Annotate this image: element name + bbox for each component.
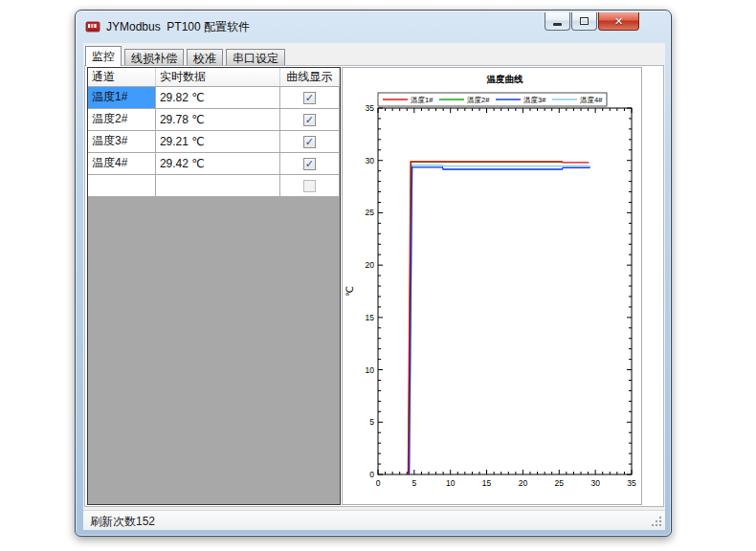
header-channel: 通道 xyxy=(88,68,155,86)
y-tick-label: 25 xyxy=(366,208,375,217)
y-tick-label: 30 xyxy=(366,156,375,165)
value-cell: 29.21 ℃ xyxy=(155,130,279,152)
refresh-count-label: 刷新次数152 xyxy=(90,514,155,530)
monitor-tab-page: 通道 实时数据 曲线显示 温度1# 29.82 ℃ ✓ 温度2# 29.78 ℃… xyxy=(84,65,664,507)
minimize-icon xyxy=(553,23,562,26)
app-icon xyxy=(85,19,100,34)
x-tick-label: 10 xyxy=(446,478,456,488)
x-tick-label: 30 xyxy=(590,478,600,488)
header-curve-display: 曲线显示 xyxy=(279,68,339,86)
value-cell: 29.82 ℃ xyxy=(155,86,279,108)
channel-table: 通道 实时数据 曲线显示 温度1# 29.82 ℃ ✓ 温度2# 29.78 ℃… xyxy=(88,68,340,197)
plot-area xyxy=(378,108,632,474)
chart-title: 温度曲线 xyxy=(486,74,524,84)
restore-icon xyxy=(580,17,589,25)
value-cell: 29.42 ℃ xyxy=(155,152,279,174)
channel-table-panel: 通道 实时数据 曲线显示 温度1# 29.82 ℃ ✓ 温度2# 29.78 ℃… xyxy=(87,67,341,505)
curve-display-checkbox[interactable]: ✓ xyxy=(303,136,316,148)
tab-line-loss-compensation[interactable]: 线损补偿 xyxy=(124,49,184,66)
table-row[interactable] xyxy=(88,174,340,196)
legend-label: 温度2# xyxy=(467,96,490,104)
tab-strip: 监控 线损补偿 校准 串口设定 xyxy=(85,46,659,66)
y-axis-label: ℃ xyxy=(345,286,355,297)
y-tick-label: 0 xyxy=(369,470,374,479)
value-cell xyxy=(155,174,279,196)
curve-display-checkbox[interactable]: ✓ xyxy=(303,114,316,126)
x-tick-label: 0 xyxy=(376,478,381,488)
curve-display-checkbox[interactable]: ✓ xyxy=(303,92,316,104)
value-cell: 29.78 ℃ xyxy=(155,108,279,130)
tab-calibration[interactable]: 校准 xyxy=(187,49,223,66)
x-tick-label: 25 xyxy=(555,478,565,488)
channel-cell[interactable]: 温度2# xyxy=(88,108,155,130)
table-header-row: 通道 实时数据 曲线显示 xyxy=(88,68,340,86)
tab-monitor[interactable]: 监控 xyxy=(85,46,122,66)
temperature-curve-chart: 温度曲线℃0510152025303505101520253035温度1#温度2… xyxy=(343,68,641,504)
x-tick-label: 35 xyxy=(627,478,636,488)
status-bar: 刷新次数152 xyxy=(83,510,665,530)
channel-cell[interactable]: 温度3# xyxy=(88,130,155,152)
y-tick-label: 10 xyxy=(366,365,375,375)
table-row[interactable]: 温度2# 29.78 ℃ ✓ xyxy=(88,108,340,130)
legend-label: 温度3# xyxy=(523,96,546,104)
x-tick-label: 15 xyxy=(482,478,492,488)
close-button[interactable]: ✕ xyxy=(598,12,639,31)
curve-display-checkbox[interactable] xyxy=(303,180,316,192)
curve-display-checkbox[interactable]: ✓ xyxy=(303,158,316,170)
y-tick-label: 15 xyxy=(366,313,375,322)
minimize-button[interactable] xyxy=(545,12,570,31)
legend-label: 温度4# xyxy=(580,96,603,104)
app-window: JYModbus PT100 配置软件 ✕ 监控 线损补偿 校准 串口设定 通道… xyxy=(75,10,672,537)
table-row[interactable]: 温度3# 29.21 ℃ ✓ xyxy=(88,130,340,152)
x-tick-label: 5 xyxy=(411,478,416,488)
tab-serial-settings[interactable]: 串口设定 xyxy=(226,49,285,66)
channel-cell[interactable] xyxy=(88,174,155,196)
channel-cell[interactable]: 温度1# xyxy=(88,86,155,108)
y-tick-label: 35 xyxy=(366,103,375,113)
title-bar[interactable]: JYModbus PT100 配置软件 ✕ xyxy=(76,11,671,43)
y-tick-label: 5 xyxy=(369,417,374,427)
resize-grip[interactable] xyxy=(651,516,662,527)
table-row[interactable]: 温度1# 29.82 ℃ ✓ xyxy=(88,86,340,108)
close-icon: ✕ xyxy=(614,12,623,31)
table-row[interactable]: 温度4# 29.42 ℃ ✓ xyxy=(88,152,340,174)
temperature-chart-panel: 温度曲线℃0510152025303505101520253035温度1#温度2… xyxy=(342,67,642,505)
restore-button[interactable] xyxy=(571,12,597,31)
header-realtime-data: 实时数据 xyxy=(155,68,279,86)
window-controls: ✕ xyxy=(545,12,640,31)
channel-cell[interactable]: 温度4# xyxy=(88,152,155,174)
legend-label: 温度1# xyxy=(411,96,434,104)
y-tick-label: 20 xyxy=(366,260,375,270)
client-area: 监控 线损补偿 校准 串口设定 通道 实时数据 曲线显示 温度1# 29.82 … xyxy=(83,43,665,530)
window-title: JYModbus PT100 配置软件 xyxy=(106,19,250,35)
x-tick-label: 20 xyxy=(519,478,528,488)
